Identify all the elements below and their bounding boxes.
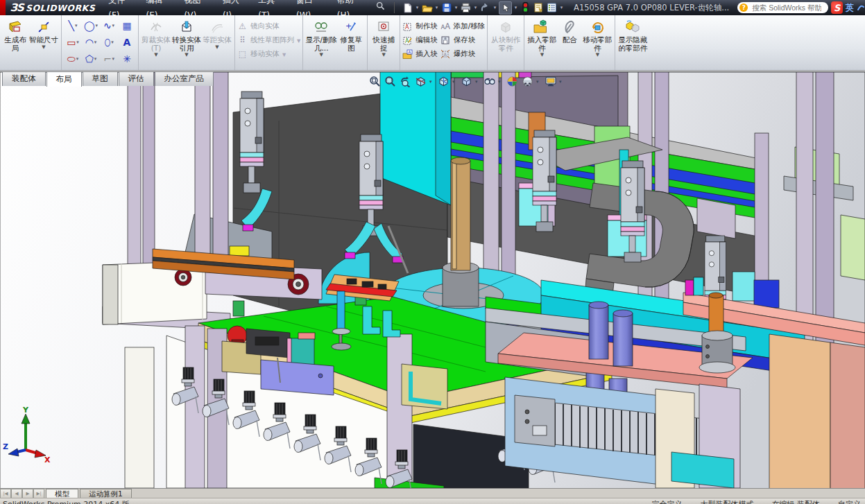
last-tab-button[interactable]: ▶|: [33, 489, 44, 498]
save-caret-icon[interactable]: ▾: [454, 5, 459, 10]
repair-sketch-button[interactable]: + 修复草图: [337, 17, 365, 52]
ime-tool-icon[interactable]: [857, 1, 865, 15]
group-blocks: A 制作块 A 编辑块 A 插入块 🗚 添加/移除 保存块 A: [400, 15, 488, 70]
tab-layout[interactable]: 布局: [46, 71, 82, 87]
ellipse-tool-icon[interactable]: ⬯▾: [100, 37, 118, 49]
mate-button[interactable]: 配合: [557, 17, 582, 44]
move-component-caret[interactable]: ▼: [596, 52, 599, 58]
circle-tool-icon[interactable]: ◯▾: [82, 20, 100, 31]
move-component-button[interactable]: 移动零部件 ▼: [582, 17, 613, 58]
help-search-input[interactable]: [751, 3, 823, 12]
section-view-icon[interactable]: [414, 75, 427, 88]
triad-y-label: Y: [22, 406, 29, 415]
tab-sketch[interactable]: 草图: [83, 71, 118, 86]
undo-icon[interactable]: [479, 2, 491, 14]
rectangle-tool-icon[interactable]: ▭▾: [64, 37, 82, 48]
rebuild-traffic-light-icon[interactable]: [520, 2, 531, 14]
save-block-button[interactable]: 保存块: [440, 34, 486, 46]
print-icon[interactable]: [460, 2, 472, 14]
create-layout-button[interactable]: 生成布局: [2, 17, 28, 52]
move-entities-button[interactable]: ⬚ 移动实体 ▾: [237, 48, 300, 60]
first-tab-button[interactable]: |◀: [0, 489, 11, 498]
save-icon[interactable]: [440, 2, 452, 14]
ime-language-badge[interactable]: 英: [846, 2, 854, 14]
display-style-icon[interactable]: [460, 75, 473, 88]
convert-entities-button[interactable]: 转换实体引用 ▼: [171, 17, 202, 58]
tab-motion-study[interactable]: 运动算例1: [80, 489, 132, 498]
file-properties-icon[interactable]: [533, 2, 545, 14]
group-pattern: ⚠ 镜向实体 ⠿ 线性草图阵列 ▾ ⬚ 移动实体 ▾: [235, 15, 303, 70]
quick-snaps-button[interactable]: 快速捕捉 ▼: [370, 17, 397, 58]
prev-tab-button[interactable]: ◀: [11, 489, 22, 498]
zoom-to-fit-icon[interactable]: [368, 75, 382, 88]
edit-block-button[interactable]: A 编辑块: [402, 34, 438, 46]
help-search-box[interactable]: ?: [737, 2, 828, 13]
zoom-to-area-icon[interactable]: [384, 75, 397, 88]
options-list-icon[interactable]: [546, 2, 558, 14]
convert-entities-icon: [180, 18, 194, 36]
open-icon[interactable]: [421, 2, 433, 14]
hide-show-items-icon[interactable]: [483, 75, 496, 88]
convert-entities-caret[interactable]: ▼: [185, 52, 188, 58]
hide-show-items-caret[interactable]: ▾: [498, 79, 504, 85]
graphics-viewport[interactable]: Y X Z ▾ ▾ ▾ ▾ ▾ ▾: [0, 71, 865, 489]
tab-evaluate[interactable]: 评估: [119, 71, 154, 86]
sogou-ime-icon[interactable]: S: [831, 1, 843, 14]
apply-scene-caret[interactable]: ▾: [536, 79, 542, 85]
point-tool-icon[interactable]: ✳: [118, 53, 136, 64]
undo-caret-icon[interactable]: ▾: [493, 5, 497, 10]
open-caret-icon[interactable]: ▾: [434, 5, 439, 10]
insert-block-button[interactable]: A 插入块: [402, 48, 438, 60]
view-settings-icon[interactable]: [544, 75, 557, 88]
add-remove-block-button[interactable]: 🗚 添加/移除: [440, 20, 486, 33]
next-tab-button[interactable]: ▶: [22, 489, 33, 498]
assembly-3d-model[interactable]: Y X Z: [0, 72, 865, 489]
display-delete-relations-caret[interactable]: ▼: [320, 52, 323, 58]
tab-assembly[interactable]: 装配体: [2, 71, 46, 86]
options-caret-icon[interactable]: ▾: [559, 5, 564, 10]
apply-scene-icon[interactable]: [521, 75, 534, 88]
print-caret-icon[interactable]: ▾: [473, 5, 478, 10]
insert-components-caret[interactable]: ▼: [540, 52, 544, 58]
new-document-icon[interactable]: [402, 2, 413, 14]
move-entities-label: 移动实体: [250, 49, 280, 59]
fillet-tool-icon[interactable]: ⌐▾: [100, 53, 118, 64]
select-cursor-icon[interactable]: [499, 1, 512, 15]
display-style-caret[interactable]: ▾: [475, 79, 481, 85]
insert-components-button[interactable]: 插入零部件 ▼: [526, 17, 557, 58]
previous-view-icon[interactable]: [399, 75, 412, 88]
display-delete-relations-button[interactable]: 显示/删除几... ▼: [305, 17, 337, 58]
show-hidden-components-button[interactable]: 显示隐藏的零部件: [617, 17, 648, 52]
arc-tool-icon[interactable]: ◠▾: [82, 37, 100, 48]
offset-entities-button[interactable]: 等距实体 ▼: [202, 17, 232, 50]
edit-appearance-icon[interactable]: [506, 75, 519, 88]
new-caret-icon[interactable]: ▾: [415, 5, 420, 10]
insert-block-icon: A: [402, 49, 413, 60]
quick-snaps-caret[interactable]: ▼: [382, 52, 386, 58]
make-block-label: 制作块: [416, 21, 438, 31]
trim-entities-button[interactable]: 剪裁实体(T) ▼: [141, 17, 171, 58]
view-orientation-caret[interactable]: ▾: [452, 79, 458, 85]
slot-tool-icon[interactable]: ⬭▾: [64, 53, 82, 65]
status-custom[interactable]: 自定义: [838, 499, 861, 504]
explode-block-button[interactable]: A 爆炸块: [440, 48, 486, 60]
select-caret-icon[interactable]: ▾: [513, 5, 518, 10]
quick-snaps-icon: [377, 18, 391, 36]
line-tool-icon[interactable]: ╲▾: [64, 20, 82, 31]
sketch-text-tool-icon[interactable]: A: [118, 37, 136, 48]
section-view-caret[interactable]: ▾: [429, 79, 435, 85]
view-settings-caret[interactable]: ▾: [559, 79, 565, 85]
make-block-button[interactable]: A 制作块: [402, 20, 438, 33]
polygon-tool-icon[interactable]: ⬠▾: [82, 53, 100, 64]
linear-sketch-pattern-button[interactable]: ⠿ 线性草图阵列 ▾: [237, 34, 300, 46]
mirror-entities-button[interactable]: ⚠ 镜向实体: [237, 20, 300, 33]
trim-region-tool-icon[interactable]: ▦: [118, 20, 136, 31]
view-orientation-icon[interactable]: [437, 75, 450, 88]
tab-office-products[interactable]: 办公室产品: [155, 71, 214, 86]
spline-tool-icon[interactable]: ∿▾: [100, 20, 118, 31]
smart-dimension-button[interactable]: 智能尺寸 ▼: [28, 17, 59, 50]
smart-dimension-caret[interactable]: ▼: [42, 44, 45, 50]
search-flyout-icon[interactable]: [370, 0, 391, 15]
make-part-from-block-button[interactable]: 从块制作零件: [490, 17, 522, 52]
tab-model[interactable]: 模型: [46, 489, 78, 498]
